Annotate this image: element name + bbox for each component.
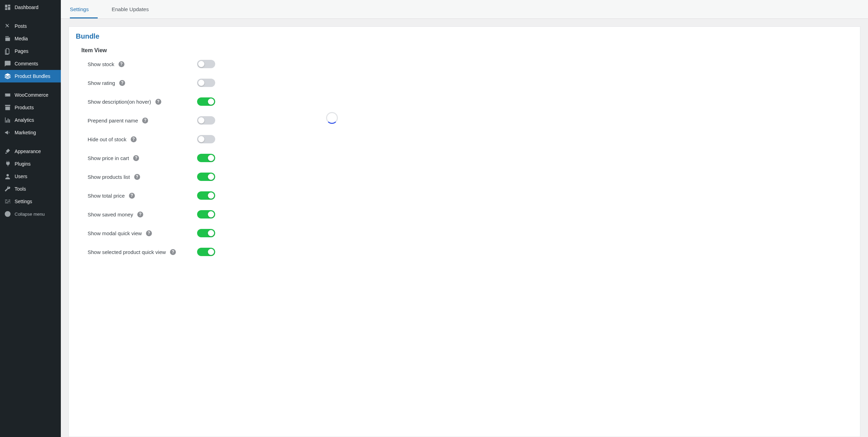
sidebar-item-products[interactable]: Products bbox=[0, 101, 61, 114]
settings-panel: Bundle Item View Show stock ? Show ratin… bbox=[68, 26, 860, 437]
pages-icon bbox=[4, 48, 11, 55]
setting-label-text: Hide out of stock bbox=[88, 136, 127, 142]
collapse-icon bbox=[4, 210, 11, 217]
toggle-knob bbox=[208, 230, 214, 236]
setting-label-text: Show price in cart bbox=[88, 155, 129, 161]
help-icon[interactable]: ? bbox=[131, 136, 137, 142]
sidebar-item-label: Products bbox=[15, 105, 34, 110]
sidebar-item-comments[interactable]: Comments bbox=[0, 57, 61, 70]
setting-label-text: Show products list bbox=[88, 174, 130, 180]
toggle-show-saved-money[interactable] bbox=[197, 210, 215, 218]
toggle-knob bbox=[208, 211, 214, 217]
sidebar-item-label: Dashboard bbox=[15, 5, 39, 10]
setting-row: Show rating ? bbox=[76, 79, 853, 87]
toggle-show-total-price[interactable] bbox=[197, 191, 215, 200]
toggle-prepend-parent-name[interactable] bbox=[197, 116, 215, 125]
plug-icon bbox=[4, 160, 11, 167]
main-content: SettingsEnable Updates Bundle Item View … bbox=[61, 0, 868, 437]
setting-label: Show products list ? bbox=[88, 174, 197, 180]
help-icon[interactable]: ? bbox=[119, 80, 125, 86]
setting-row: Show products list ? bbox=[76, 173, 853, 181]
sidebar-item-product-bundles[interactable]: Product Bundles bbox=[0, 70, 61, 82]
sidebar-item-tools[interactable]: Tools bbox=[0, 183, 61, 195]
sliders-icon bbox=[4, 198, 11, 205]
setting-row: Show modal quick view ? bbox=[76, 229, 853, 237]
toggle-knob bbox=[198, 117, 204, 124]
help-icon[interactable]: ? bbox=[129, 193, 135, 199]
brush-icon bbox=[4, 148, 11, 155]
setting-label-text: Show stock bbox=[88, 61, 114, 67]
toggle-show-description[interactable] bbox=[197, 97, 215, 106]
sidebar-item-posts[interactable]: Posts bbox=[0, 20, 61, 32]
setting-label: Show stock ? bbox=[88, 61, 197, 67]
toggle-show-products-list[interactable] bbox=[197, 173, 215, 181]
setting-row: Show description(on hover) ? bbox=[76, 97, 853, 106]
help-icon[interactable]: ? bbox=[119, 61, 124, 67]
sidebar-item-analytics[interactable]: Analytics bbox=[0, 114, 61, 126]
sidebar-item-users[interactable]: Users bbox=[0, 170, 61, 183]
tab-bar: SettingsEnable Updates bbox=[61, 0, 868, 19]
setting-label: Show price in cart ? bbox=[88, 155, 197, 161]
sidebar-item-woocommerce[interactable]: WooCommerce bbox=[0, 89, 61, 101]
help-icon[interactable]: ? bbox=[133, 155, 139, 161]
setting-label: Hide out of stock ? bbox=[88, 136, 197, 142]
sidebar-item-marketing[interactable]: Marketing bbox=[0, 126, 61, 139]
media-icon bbox=[4, 35, 11, 42]
sidebar-item-dashboard[interactable]: Dashboard bbox=[0, 1, 61, 14]
tab-enable-updates[interactable]: Enable Updates bbox=[112, 0, 158, 18]
toggle-hide-out-of-stock[interactable] bbox=[197, 135, 215, 143]
dashboard-icon bbox=[4, 4, 11, 11]
sidebar-item-label: Product Bundles bbox=[15, 73, 50, 79]
sidebar-item-appearance[interactable]: Appearance bbox=[0, 145, 61, 158]
toggle-show-rating[interactable] bbox=[197, 79, 215, 87]
help-icon[interactable]: ? bbox=[146, 230, 152, 236]
sidebar-item-label: Media bbox=[15, 36, 28, 41]
comment-icon bbox=[4, 60, 11, 67]
toggle-show-stock[interactable] bbox=[197, 60, 215, 68]
setting-row: Hide out of stock ? bbox=[76, 135, 853, 143]
sidebar-item-label: Plugins bbox=[15, 161, 31, 167]
help-icon[interactable]: ? bbox=[137, 212, 143, 217]
setting-label-text: Prepend parent name bbox=[88, 118, 138, 124]
sidebar-item-plugins[interactable]: Plugins bbox=[0, 158, 61, 170]
setting-label: Show selected product quick view ? bbox=[88, 249, 197, 255]
section-title: Bundle bbox=[76, 32, 853, 40]
wrench-icon bbox=[4, 185, 11, 192]
setting-row: Show selected product quick view ? bbox=[76, 248, 853, 256]
setting-label: Show rating ? bbox=[88, 80, 197, 86]
admin-sidebar: Dashboard Posts Media Pages Comments Pro… bbox=[0, 0, 61, 437]
sidebar-item-media[interactable]: Media bbox=[0, 32, 61, 45]
megaphone-icon bbox=[4, 129, 11, 136]
help-icon[interactable]: ? bbox=[142, 118, 148, 124]
setting-label-text: Show rating bbox=[88, 80, 115, 86]
help-icon[interactable]: ? bbox=[170, 249, 176, 255]
toggle-knob bbox=[198, 80, 204, 86]
sidebar-item-label: Comments bbox=[15, 61, 38, 66]
sidebar-item-settings[interactable]: Settings bbox=[0, 195, 61, 208]
setting-label-text: Show saved money bbox=[88, 212, 133, 217]
sidebar-item-label: Appearance bbox=[15, 149, 41, 154]
users-icon bbox=[4, 173, 11, 180]
setting-row: Show saved money ? bbox=[76, 210, 853, 218]
sidebar-item-label: Settings bbox=[15, 199, 32, 204]
help-icon[interactable]: ? bbox=[134, 174, 140, 180]
toggle-knob bbox=[208, 98, 214, 105]
tab-settings[interactable]: Settings bbox=[70, 0, 98, 18]
toggle-show-selected-product-quick-view[interactable] bbox=[197, 248, 215, 256]
help-icon[interactable]: ? bbox=[155, 99, 161, 105]
toggle-show-price-in-cart[interactable] bbox=[197, 154, 215, 162]
sidebar-item-label: Marketing bbox=[15, 130, 36, 135]
sidebar-item-label: Pages bbox=[15, 48, 29, 54]
woo-icon bbox=[4, 92, 11, 98]
sidebar-item-collapse[interactable]: Collapse menu bbox=[0, 208, 61, 220]
sidebar-item-pages[interactable]: Pages bbox=[0, 45, 61, 57]
toggle-show-modal-quick-view[interactable] bbox=[197, 229, 215, 237]
setting-label-text: Show total price bbox=[88, 193, 125, 199]
setting-label-text: Show description(on hover) bbox=[88, 99, 151, 105]
sidebar-item-label: Posts bbox=[15, 23, 27, 29]
toggle-knob bbox=[208, 249, 214, 255]
setting-row: Show price in cart ? bbox=[76, 154, 853, 162]
layers-icon bbox=[4, 73, 11, 80]
setting-label: Show total price ? bbox=[88, 193, 197, 199]
toggle-knob bbox=[198, 61, 204, 67]
